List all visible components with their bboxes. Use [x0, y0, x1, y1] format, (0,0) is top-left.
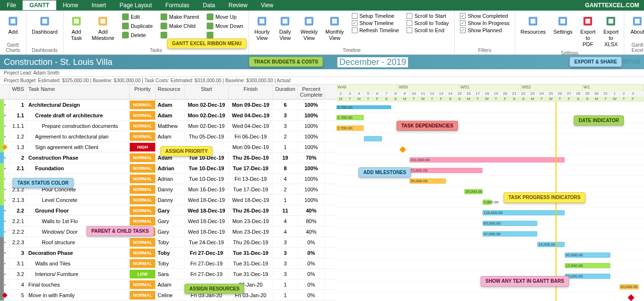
add-task-button[interactable]: AddTask [66, 12, 87, 43]
delete-button[interactable]: Delete [120, 31, 155, 39]
priority-badge[interactable]: NORMAL [130, 111, 155, 120]
priority-badge[interactable]: NORMAL [130, 153, 155, 162]
gantt-bar[interactable]: 35,000.00 [409, 178, 446, 184]
move-down-button[interactable]: Move Down [205, 22, 245, 30]
priority-badge[interactable]: NORMAL [130, 249, 155, 257]
gantt-bar[interactable]: 2,700.00 [336, 105, 391, 109]
duplicate-button[interactable]: Duplicate [120, 22, 155, 30]
table-row[interactable]: ▸1.1.1Prepare construction documentsNORM… [0, 121, 336, 131]
weekly-button[interactable]: WeeklyView [297, 12, 321, 43]
priority-badge[interactable]: NORMAL [130, 280, 155, 289]
gantt-bar[interactable]: 16,000.00 [537, 242, 565, 247]
gantt-bar[interactable]: 93,500.00 [565, 252, 610, 258]
show-timeline-check[interactable]: ✓Show Timeline [350, 20, 401, 26]
priority-badge[interactable]: NORMAL [130, 185, 155, 194]
add-button[interactable]: Add [2, 12, 24, 37]
settings-button[interactable]: Settings [551, 12, 576, 37]
priority-badge[interactable]: NORMAL [130, 164, 155, 173]
gantt-bar[interactable]: 2,700.00 [336, 125, 364, 131]
menu-gantt[interactable]: GANTT [23, 0, 56, 10]
col-wbs[interactable]: WBS [10, 85, 26, 99]
priority-badge[interactable]: LOW [130, 270, 155, 278]
priority-badge[interactable]: NORMAL [130, 238, 155, 247]
priority-badge[interactable]: NORMAL [130, 132, 155, 141]
about-button[interactable]: About [627, 12, 644, 37]
table-row[interactable]: ▸1Architectural DesignNORMALAdamMon 02-D… [0, 100, 336, 110]
table-row[interactable]: ▸1.2Agreement to architectural planNORMA… [0, 131, 336, 142]
hourly-button[interactable]: HourlyView [251, 12, 272, 43]
priority-badge[interactable]: NORMAL [130, 206, 155, 215]
gantt-bar[interactable]: 20,000.00 [619, 284, 639, 289]
show-progress-check[interactable]: ✓Show In Progress [458, 20, 511, 26]
setup-timeline-check[interactable]: Setup Timeline [350, 13, 401, 19]
milestone-marker[interactable] [628, 294, 634, 301]
export-xlsx-button[interactable]: Exportto XLSX [600, 12, 621, 50]
gantt-bar[interactable]: 35,000.00 [464, 189, 483, 194]
priority-badge[interactable]: NORMAL [130, 196, 155, 204]
col-name[interactable]: Task Name [26, 85, 130, 99]
callout-status: TASK STATUS COLOR [12, 178, 74, 188]
table-row[interactable]: ▸2.1.3Level ConcreteNORMALDannyWed 18-De… [0, 195, 336, 205]
table-row[interactable]: ▸2.2.2Windows/ DoorNORMALGaryWed 18-Dec-… [0, 226, 336, 237]
export-pdf-button[interactable]: Exportto PDF [577, 12, 598, 50]
make-child-button[interactable]: Make Child [159, 22, 201, 30]
table-row[interactable]: ▸2.2Ground FloorNORMALGaryWed 18-Dec-19T… [0, 205, 336, 216]
move-up-button[interactable]: Move Up [205, 13, 245, 21]
col-pct[interactable]: PercentComplete [298, 85, 325, 99]
refresh-timeline-check[interactable]: Refresh Timeline [350, 27, 401, 34]
gantt-bar[interactable] [364, 136, 382, 141]
priority-badge[interactable]: NORMAL [130, 175, 155, 183]
priority-badge[interactable]: HIGH [130, 143, 155, 151]
priority-badge[interactable]: NORMAL [130, 122, 155, 130]
callout-parent: PARENT & CHILD TASKS [87, 226, 154, 236]
col-finish[interactable]: Finish [229, 85, 273, 99]
table-row[interactable]: ▸3Decoration PhaseNORMALTobyFri 27-Dec-1… [0, 248, 336, 258]
table-row[interactable]: ▸2.2.1Walls to 1st FloNORMALGaryWed 18-D… [0, 216, 336, 226]
table-row[interactable]: ▸3.2Interiors/ FurnitureLOWSaraFri 27-De… [0, 269, 336, 279]
table-row[interactable]: ▸4Final touchesNORMALAdam02-Jan-2010% [0, 279, 336, 290]
gantt-bar[interactable]: 201,800.00 [409, 157, 565, 163]
gantt-bar[interactable]: 73,800.00 [409, 168, 483, 173]
col-resource[interactable]: Resource [156, 85, 185, 99]
gantt-bar[interactable]: 80,000.00 [565, 274, 610, 279]
priority-badge[interactable]: NORMAL [130, 291, 155, 300]
col-priority[interactable]: Priority [130, 85, 156, 99]
col-duration[interactable]: Duration [273, 85, 298, 99]
menu-review[interactable]: Review [222, 0, 254, 10]
menu-home[interactable]: Home [56, 0, 85, 10]
edit-button[interactable]: Edit [120, 13, 155, 21]
show-planned-check[interactable]: ✓Show Planned [458, 27, 511, 34]
milestone-marker[interactable] [399, 146, 406, 153]
gantt-bar[interactable]: 3,800.00 [483, 200, 492, 205]
priority-badge[interactable]: NORMAL [130, 100, 155, 109]
make-parent-button[interactable]: Make Parent [159, 13, 201, 21]
dashboard-button[interactable]: Dashboard [29, 12, 61, 37]
menu-insert[interactable]: Insert [85, 0, 113, 10]
menu-file[interactable]: File [0, 0, 23, 10]
menu-formulas[interactable]: Formulas [159, 0, 196, 10]
add-milestone-button[interactable]: AddMilestone [89, 12, 117, 43]
menu-data[interactable]: Data [196, 0, 222, 10]
gantt-bar[interactable]: 65,000.00 [483, 221, 537, 226]
table-row[interactable]: ▸2.2.3Roof structureNORMALTobyTue 24-Dec… [0, 237, 336, 248]
gantt-bar[interactable]: 13,500.00 [565, 263, 610, 268]
gantt-bar[interactable]: 2,700.00 [336, 115, 364, 120]
gantt-bar[interactable]: 47,000.00 [483, 231, 537, 237]
daily-button[interactable]: DailyView [274, 12, 296, 43]
table-row[interactable]: 5Move in with FamilyNORMALCelineFri 03-J… [0, 290, 336, 301]
gantt-bar[interactable]: 128,000.00 [483, 210, 565, 215]
table-row[interactable]: ▸1.1Create draft of architectureNORMALAd… [0, 110, 336, 121]
resources-button[interactable]: Resources [518, 12, 549, 37]
col-start[interactable]: Start [185, 85, 229, 99]
priority-badge[interactable]: NORMAL [130, 217, 155, 226]
table-row[interactable]: ▸3.1Walls and TilesNORMALTobyFri 27-Dec-… [0, 258, 336, 269]
scroll-today-check[interactable]: Scroll to Today [405, 20, 451, 26]
menu-page layout[interactable]: Page Layout [113, 0, 159, 10]
table-row[interactable]: ▸2.1FoundationNORMALAdrianTue 10-Dec-19T… [0, 163, 336, 174]
monthly-button[interactable]: MonthlyView [322, 12, 347, 43]
menu-view[interactable]: View [254, 0, 280, 10]
show-completed-check[interactable]: ✓Show Completed [458, 13, 511, 19]
scroll-end-check[interactable]: Scroll to End [405, 27, 451, 34]
scroll-start-check[interactable]: Scroll to Start [405, 13, 451, 19]
priority-badge[interactable]: NORMAL [130, 259, 155, 268]
